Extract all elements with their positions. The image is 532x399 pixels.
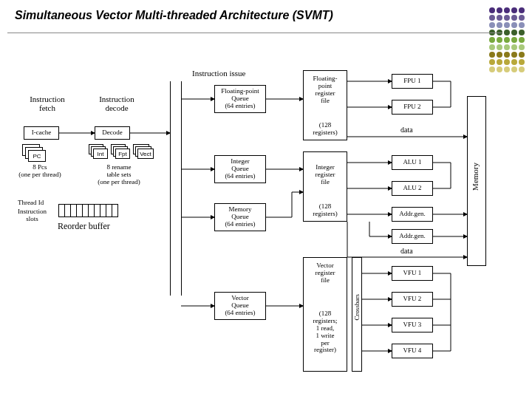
vfu3: VFU 3	[392, 318, 433, 332]
fpu2: FPU 2	[392, 100, 433, 115]
reorder-label: Reorder buffer	[58, 222, 110, 231]
addrgen1: Addr.gen.	[392, 207, 433, 222]
int-regfile: Integer register file	[305, 161, 345, 189]
instr-slots-label: Instruction slots	[18, 208, 47, 223]
mem-queue: Memory Queue (64 entries)	[214, 203, 266, 231]
icache-box: I-cache	[24, 126, 59, 140]
fp-queue: Floating-point Queue (64 entries)	[214, 85, 266, 113]
addrgen2: Addr.gen.	[392, 229, 433, 244]
pcs-note: 8 Pcs (one per thread)	[13, 164, 66, 179]
thread-id-label: Thread Id	[18, 200, 44, 207]
page-title: Simultaneous Vector Multi-threaded Archi…	[15, 9, 333, 22]
alu1: ALU 1	[392, 155, 433, 170]
header-rule	[7, 33, 502, 33]
vfu2: VFU 2	[392, 292, 433, 307]
int-regs128: (128 registers)	[305, 203, 345, 218]
int-queue: Integer Queue (64 entries)	[214, 155, 266, 183]
issue-label: Instruction issue	[192, 69, 245, 78]
vec-queue: Vector Queue (64 entries)	[214, 292, 266, 320]
decode-box: Decode	[95, 126, 130, 140]
data-label-1: data	[400, 126, 413, 134]
vfu1: VFU 1	[392, 266, 433, 281]
corner-dots-decoration	[489, 7, 525, 74]
fpu1: FPU 1	[392, 74, 433, 89]
fp-regs128: (128 registers)	[305, 122, 345, 137]
alu2: ALU 2	[392, 181, 433, 196]
reorder-slots	[59, 204, 118, 217]
decode-label: Instruction decode	[95, 95, 139, 112]
fp-regfile: Floating- point register file	[305, 72, 345, 108]
memory-label: Memory	[471, 163, 480, 191]
vfu4: VFU 4	[392, 344, 433, 358]
vec-regfile: Vector register file	[305, 260, 345, 287]
vec-regs-detail: (128 registers; 1 read, 1 write per regi…	[305, 310, 345, 354]
vline-1	[170, 81, 171, 296]
crossbars-label: Crossbars	[353, 294, 361, 321]
diagram-lines	[0, 0, 532, 399]
vline-2	[181, 81, 182, 296]
fetch-label: Instruction fetch	[25, 95, 69, 112]
rename-note: 8 rename table sets (one per thread)	[86, 164, 152, 186]
data-label-2: data	[400, 247, 413, 255]
